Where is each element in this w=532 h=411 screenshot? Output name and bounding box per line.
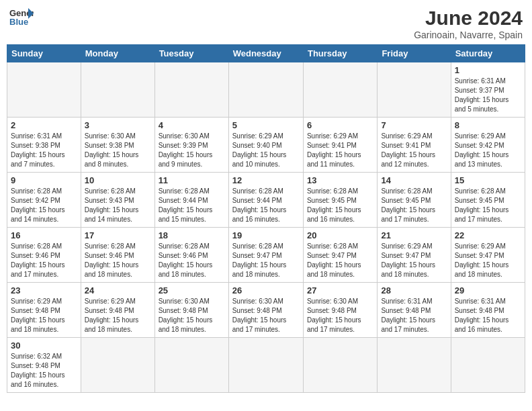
day-number: 21 xyxy=(381,230,447,240)
calendar-cell: 10Sunrise: 6:28 AM Sunset: 9:43 PM Dayli… xyxy=(81,173,154,228)
calendar-cell: 20Sunrise: 6:28 AM Sunset: 9:47 PM Dayli… xyxy=(303,228,377,283)
calendar-cell xyxy=(451,338,525,393)
day-number: 3 xyxy=(85,120,151,130)
day-info: Sunrise: 6:30 AM Sunset: 9:48 PM Dayligh… xyxy=(159,297,225,334)
day-info: Sunrise: 6:29 AM Sunset: 9:40 PM Dayligh… xyxy=(232,132,300,169)
day-info: Sunrise: 6:29 AM Sunset: 9:41 PM Dayligh… xyxy=(381,132,447,169)
calendar-title: June 2024 xyxy=(414,7,523,30)
day-number: 24 xyxy=(85,285,151,295)
calendar-cell: 17Sunrise: 6:28 AM Sunset: 9:46 PM Dayli… xyxy=(81,228,154,283)
day-number: 22 xyxy=(455,230,521,240)
day-number: 8 xyxy=(455,120,521,130)
week-row-1: 1Sunrise: 6:31 AM Sunset: 9:37 PM Daylig… xyxy=(7,62,525,118)
day-number: 4 xyxy=(159,120,225,130)
day-info: Sunrise: 6:29 AM Sunset: 9:48 PM Dayligh… xyxy=(11,297,77,334)
calendar-cell: 26Sunrise: 6:30 AM Sunset: 9:48 PM Dayli… xyxy=(228,283,303,338)
calendar-cell: 3Sunrise: 6:30 AM Sunset: 9:38 PM Daylig… xyxy=(81,118,154,173)
day-number: 18 xyxy=(159,230,225,240)
day-info: Sunrise: 6:28 AM Sunset: 9:45 PM Dayligh… xyxy=(307,187,373,224)
calendar-cell: 21Sunrise: 6:29 AM Sunset: 9:47 PM Dayli… xyxy=(378,228,451,283)
week-row-2: 2Sunrise: 6:31 AM Sunset: 9:38 PM Daylig… xyxy=(7,118,525,173)
calendar-cell: 4Sunrise: 6:30 AM Sunset: 9:39 PM Daylig… xyxy=(154,118,228,173)
day-number: 23 xyxy=(11,285,77,295)
week-row-3: 9Sunrise: 6:28 AM Sunset: 9:42 PM Daylig… xyxy=(7,173,525,228)
day-number: 11 xyxy=(159,175,225,185)
calendar-cell xyxy=(154,62,228,118)
day-info: Sunrise: 6:28 AM Sunset: 9:44 PM Dayligh… xyxy=(159,187,225,224)
day-info: Sunrise: 6:28 AM Sunset: 9:45 PM Dayligh… xyxy=(455,187,521,224)
calendar-cell: 14Sunrise: 6:28 AM Sunset: 9:45 PM Dayli… xyxy=(378,173,451,228)
day-info: Sunrise: 6:28 AM Sunset: 9:43 PM Dayligh… xyxy=(85,187,151,224)
calendar-cell xyxy=(378,62,451,118)
calendar-cell: 15Sunrise: 6:28 AM Sunset: 9:45 PM Dayli… xyxy=(451,173,525,228)
calendar-cell: 12Sunrise: 6:28 AM Sunset: 9:44 PM Dayli… xyxy=(228,173,303,228)
calendar-cell: 25Sunrise: 6:30 AM Sunset: 9:48 PM Dayli… xyxy=(154,283,228,338)
day-number: 10 xyxy=(85,175,151,185)
calendar-cell: 9Sunrise: 6:28 AM Sunset: 9:42 PM Daylig… xyxy=(7,173,81,228)
calendar-cell: 11Sunrise: 6:28 AM Sunset: 9:44 PM Dayli… xyxy=(154,173,228,228)
calendar-cell: 28Sunrise: 6:31 AM Sunset: 9:48 PM Dayli… xyxy=(378,283,451,338)
day-number: 16 xyxy=(11,230,77,240)
day-info: Sunrise: 6:30 AM Sunset: 9:48 PM Dayligh… xyxy=(232,297,300,334)
day-info: Sunrise: 6:31 AM Sunset: 9:37 PM Dayligh… xyxy=(455,77,521,114)
day-number: 5 xyxy=(232,120,300,130)
day-number: 26 xyxy=(232,285,300,295)
calendar-cell: 22Sunrise: 6:29 AM Sunset: 9:47 PM Dayli… xyxy=(451,228,525,283)
calendar-cell: 27Sunrise: 6:30 AM Sunset: 9:48 PM Dayli… xyxy=(303,283,377,338)
day-info: Sunrise: 6:29 AM Sunset: 9:41 PM Dayligh… xyxy=(307,132,373,169)
day-number: 6 xyxy=(307,120,373,130)
svg-text:Blue: Blue xyxy=(9,17,28,27)
day-number: 19 xyxy=(232,230,300,240)
day-info: Sunrise: 6:28 AM Sunset: 9:47 PM Dayligh… xyxy=(232,242,300,279)
day-info: Sunrise: 6:29 AM Sunset: 9:48 PM Dayligh… xyxy=(85,297,151,334)
calendar-cell: 13Sunrise: 6:28 AM Sunset: 9:45 PM Dayli… xyxy=(303,173,377,228)
day-info: Sunrise: 6:30 AM Sunset: 9:48 PM Dayligh… xyxy=(307,297,373,334)
week-row-5: 23Sunrise: 6:29 AM Sunset: 9:48 PM Dayli… xyxy=(7,283,525,338)
day-number: 30 xyxy=(11,340,77,351)
calendar-cell: 1Sunrise: 6:31 AM Sunset: 9:37 PM Daylig… xyxy=(451,62,525,118)
day-number: 29 xyxy=(455,285,521,295)
day-number: 2 xyxy=(11,120,77,130)
weekday-header-row: SundayMondayTuesdayWednesdayThursdayFrid… xyxy=(7,45,525,62)
day-info: Sunrise: 6:29 AM Sunset: 9:47 PM Dayligh… xyxy=(455,242,521,279)
calendar-cell: 24Sunrise: 6:29 AM Sunset: 9:48 PM Dayli… xyxy=(81,283,154,338)
calendar-cell xyxy=(303,62,377,118)
day-info: Sunrise: 6:31 AM Sunset: 9:48 PM Dayligh… xyxy=(455,297,521,334)
calendar-cell xyxy=(81,338,154,393)
weekday-header-saturday: Saturday xyxy=(451,45,525,62)
day-number: 1 xyxy=(455,65,521,75)
day-number: 17 xyxy=(85,230,151,240)
calendar-cell: 16Sunrise: 6:28 AM Sunset: 9:46 PM Dayli… xyxy=(7,228,81,283)
calendar-table: SundayMondayTuesdayWednesdayThursdayFrid… xyxy=(7,44,525,393)
day-number: 12 xyxy=(232,175,300,185)
day-info: Sunrise: 6:29 AM Sunset: 9:47 PM Dayligh… xyxy=(381,242,447,279)
day-number: 20 xyxy=(307,230,373,240)
calendar-cell: 29Sunrise: 6:31 AM Sunset: 9:48 PM Dayli… xyxy=(451,283,525,338)
day-info: Sunrise: 6:28 AM Sunset: 9:46 PM Dayligh… xyxy=(11,242,77,279)
day-info: Sunrise: 6:29 AM Sunset: 9:42 PM Dayligh… xyxy=(455,132,521,169)
day-info: Sunrise: 6:30 AM Sunset: 9:39 PM Dayligh… xyxy=(159,132,225,169)
calendar-cell: 19Sunrise: 6:28 AM Sunset: 9:47 PM Dayli… xyxy=(228,228,303,283)
day-info: Sunrise: 6:30 AM Sunset: 9:38 PM Dayligh… xyxy=(85,132,151,169)
calendar-cell xyxy=(7,62,81,118)
weekday-header-friday: Friday xyxy=(378,45,451,62)
day-info: Sunrise: 6:28 AM Sunset: 9:46 PM Dayligh… xyxy=(159,242,225,279)
calendar-cell: 7Sunrise: 6:29 AM Sunset: 9:41 PM Daylig… xyxy=(378,118,451,173)
weekday-header-wednesday: Wednesday xyxy=(228,45,303,62)
calendar-cell xyxy=(303,338,377,393)
calendar-subtitle: Garinoain, Navarre, Spain xyxy=(414,30,523,40)
weekday-header-tuesday: Tuesday xyxy=(154,45,228,62)
day-number: 28 xyxy=(381,285,447,295)
calendar-cell xyxy=(228,62,303,118)
day-info: Sunrise: 6:28 AM Sunset: 9:47 PM Dayligh… xyxy=(307,242,373,279)
day-number: 9 xyxy=(11,175,77,185)
day-info: Sunrise: 6:28 AM Sunset: 9:44 PM Dayligh… xyxy=(232,187,300,224)
calendar-cell: 18Sunrise: 6:28 AM Sunset: 9:46 PM Dayli… xyxy=(154,228,228,283)
weekday-header-sunday: Sunday xyxy=(7,45,81,62)
day-number: 27 xyxy=(307,285,373,295)
calendar-cell: 6Sunrise: 6:29 AM Sunset: 9:41 PM Daylig… xyxy=(303,118,377,173)
weekday-header-thursday: Thursday xyxy=(303,45,377,62)
day-number: 7 xyxy=(381,120,447,130)
week-row-4: 16Sunrise: 6:28 AM Sunset: 9:46 PM Dayli… xyxy=(7,228,525,283)
page-header: General Blue June 2024 Garinoain, Navarr… xyxy=(7,7,525,40)
